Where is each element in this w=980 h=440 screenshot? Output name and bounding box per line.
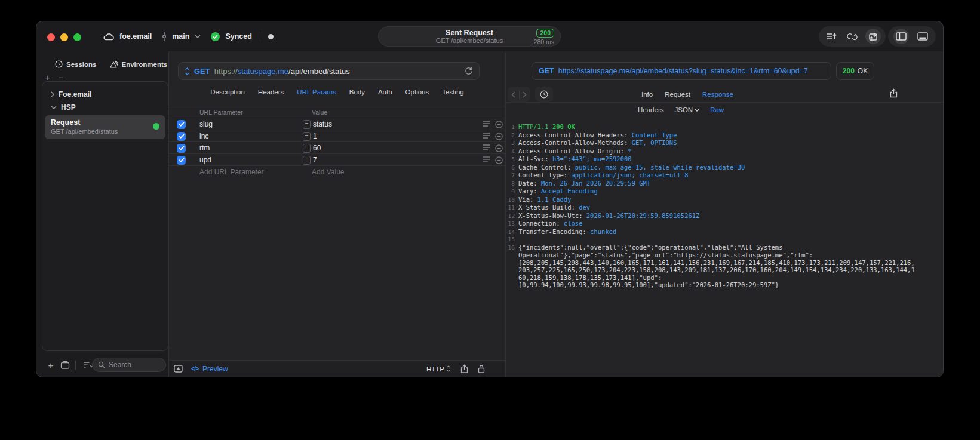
param-name-cell[interactable]: upd [199, 154, 211, 166]
row-menu-icon[interactable] [483, 156, 490, 162]
param-value-cell[interactable]: 7 [313, 154, 317, 166]
request-status-dot [153, 123, 159, 130]
sync-status-label[interactable]: Synced [225, 32, 251, 41]
loop-icon[interactable] [844, 29, 860, 44]
tab-headers[interactable]: Headers [258, 88, 284, 96]
equals-operator[interactable]: = [303, 132, 311, 141]
zoom-window-button[interactable] [73, 33, 81, 41]
row-menu-icon[interactable] [483, 121, 490, 127]
share-icon[interactable] [890, 88, 898, 98]
param-checkbox[interactable] [177, 156, 186, 165]
tab-testing[interactable]: Testing [442, 88, 463, 96]
tab-sessions-label: Sessions [66, 61, 97, 68]
param-name-cell[interactable]: rtm [199, 142, 210, 154]
tab-auth[interactable]: Auth [378, 88, 392, 96]
param-value-cell[interactable]: status [313, 118, 332, 130]
param-row: upd=7 [169, 154, 505, 166]
status-dot[interactable] [268, 34, 274, 39]
app-window: foe.email main Synced Sent Request GET /… [36, 21, 944, 377]
request-duration: 280 ms [534, 38, 554, 45]
subtab-json-label: JSON [674, 106, 693, 113]
tree-group-hsp[interactable]: HSP [42, 101, 168, 114]
equals-operator[interactable]: = [303, 120, 311, 129]
add-param-name-cell[interactable]: Add URL Parameter [199, 166, 264, 178]
panel-toggle-icon[interactable] [174, 365, 183, 373]
tab-url-params[interactable]: URL Params [297, 88, 336, 96]
row-delete-icon[interactable] [495, 144, 503, 152]
tab-info[interactable]: Info [641, 91, 653, 98]
account-name[interactable]: foe.email [119, 32, 152, 41]
code-line: 9Vary: Accept-Encoding [506, 187, 939, 196]
row-delete-icon[interactable] [495, 133, 503, 140]
request-summary-status: 200 280 ms [534, 29, 554, 45]
method-label[interactable]: GET [194, 67, 210, 76]
subtab-raw[interactable]: Raw [710, 106, 724, 113]
equals-operator[interactable]: = [303, 144, 311, 153]
param-value-cell[interactable]: 60 [313, 142, 321, 154]
tab-environments-label: Environments [122, 61, 168, 68]
row-menu-icon[interactable] [483, 133, 490, 139]
code-line: [0,99.94,100,99.93,99.98,99.95,100],"upd… [506, 281, 939, 289]
code-line: 4Access-Control-Allow-Origin: * [506, 147, 939, 156]
layout-sidebar-icon[interactable] [893, 29, 909, 44]
request-list-item-selected[interactable]: Request GET /api/embed/status [45, 115, 165, 139]
tab-options[interactable]: Options [405, 88, 429, 96]
tab-request[interactable]: Request [665, 91, 690, 98]
subtab-json[interactable]: JSON [674, 106, 699, 113]
param-name-cell[interactable]: slug [199, 118, 213, 130]
status-code-badge: 200 [536, 29, 554, 38]
close-window-button[interactable] [47, 33, 55, 41]
search-input[interactable] [109, 361, 160, 369]
param-checkbox[interactable] [177, 120, 186, 129]
request-stack-icon[interactable] [824, 29, 840, 44]
share-icon[interactable] [460, 364, 468, 373]
branch-icon [162, 32, 167, 41]
chevron-down-icon[interactable] [195, 35, 201, 38]
tab-sessions[interactable]: Sessions [55, 60, 97, 68]
protocol-selector[interactable]: HTTP [426, 365, 451, 373]
refresh-icon[interactable] [465, 67, 473, 75]
response-tabs: Info Request Response [641, 86, 733, 103]
sidebar-tabs: Sessions Environments [55, 60, 167, 68]
request-summary-pill[interactable]: Sent Request GET /api/embed/status 200 2… [378, 26, 561, 47]
row-menu-icon[interactable] [483, 144, 490, 150]
param-checkbox[interactable] [177, 132, 186, 141]
minimize-window-button[interactable] [60, 33, 68, 41]
response-status-code: 200 [843, 67, 855, 75]
import-export-icon[interactable] [865, 29, 881, 44]
response-viewer-panel: GET https://statuspage.me/api/embed/stat… [506, 51, 943, 377]
subtab-headers[interactable]: Headers [638, 106, 663, 113]
response-status-badge: 200 OK [836, 62, 874, 80]
method-stepper-icon[interactable] [185, 67, 190, 75]
add-param-value-cell[interactable]: Add Value [312, 166, 345, 178]
sidebar-search[interactable] [92, 358, 166, 372]
request-url-field[interactable]: GET https://statuspage.me/api/embed/stat… [178, 62, 480, 80]
layout-bottom-icon[interactable] [915, 29, 930, 44]
add-request-button[interactable]: + [45, 360, 56, 370]
tab-response[interactable]: Response [702, 91, 733, 98]
history-clock-button[interactable] [535, 87, 553, 102]
code-line: 60,218,159,138,178,135,173,141],"upd": [506, 274, 939, 282]
titlebar: foe.email main Synced Sent Request GET /… [36, 21, 943, 51]
chevron-right-icon [51, 91, 54, 97]
param-name-cell[interactable]: inc [199, 130, 208, 142]
branch-name[interactable]: main [172, 32, 189, 41]
response-nav-row: Info Request Response [506, 86, 943, 103]
back-icon[interactable] [511, 91, 515, 98]
sent-request-url-field[interactable]: GET https://statuspage.me/api/embed/stat… [532, 62, 831, 80]
row-delete-icon[interactable] [495, 121, 503, 128]
lock-icon[interactable] [478, 364, 485, 373]
tree-group-foe-email[interactable]: Foe.email [42, 88, 168, 101]
tab-description[interactable]: Description [210, 88, 245, 96]
clock-icon [55, 60, 63, 68]
tab-body[interactable]: Body [349, 88, 365, 96]
equals-operator[interactable]: = [303, 156, 311, 165]
folder-icon[interactable] [60, 361, 70, 369]
tab-environments[interactable]: Environments [110, 60, 168, 68]
forward-icon[interactable] [523, 91, 527, 98]
code-line: 1HTTP/1.1 200 OK [506, 123, 939, 131]
param-value-cell[interactable]: 1 [313, 130, 317, 142]
param-checkbox[interactable] [177, 144, 186, 153]
preview-button[interactable]: </> Preview [191, 365, 228, 373]
row-delete-icon[interactable] [495, 156, 503, 164]
